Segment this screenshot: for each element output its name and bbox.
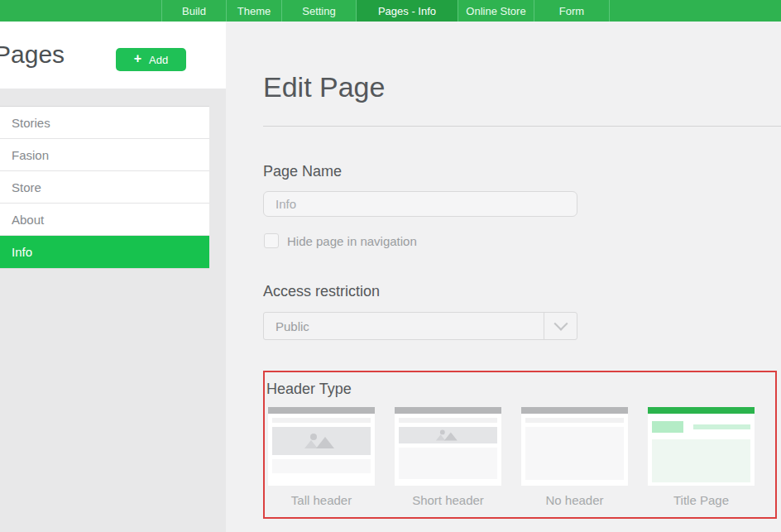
thumb-topbar-green [648, 407, 755, 414]
no-header-thumbnail [521, 407, 628, 486]
sidebar-header: Pages + Add [0, 22, 226, 89]
header-type-option-tall[interactable]: Tall header [268, 407, 375, 507]
page-title: Edit Page [263, 71, 385, 103]
sidebar-title: Pages [0, 41, 65, 69]
thumb-title-block [652, 421, 683, 433]
thumb-topbar [521, 407, 628, 414]
header-type-option-label: Tall header [268, 493, 375, 507]
thumb-image-placeholder [272, 427, 371, 455]
thumb-content-block [525, 427, 624, 480]
page-name-label: Page Name [263, 163, 342, 180]
sidebar-item-about[interactable]: About [0, 204, 209, 236]
chevron-down-icon [553, 317, 568, 331]
access-restriction-label: Access restriction [263, 283, 380, 300]
hide-page-checkbox-label[interactable]: Hide page in navigation [287, 234, 417, 248]
hide-page-checkbox[interactable] [264, 233, 279, 248]
thumb-navline [272, 418, 371, 423]
plus-icon: + [134, 52, 141, 65]
header-type-option-label: No header [521, 493, 628, 507]
title-page-thumbnail [648, 407, 755, 486]
app-root: Build Theme Setting Pages - Info Online … [0, 0, 781, 532]
dropdown-toggle[interactable] [544, 313, 577, 339]
thumb-content-block [652, 439, 750, 482]
tall-header-thumbnail [268, 407, 375, 486]
thumb-title-line [693, 424, 750, 429]
header-type-option-short[interactable]: Short header [395, 407, 501, 507]
page-list: Stories Fasion Store About Info [0, 106, 209, 269]
access-restriction-dropdown[interactable]: Public [263, 312, 577, 340]
nav-tab-theme[interactable]: Theme [226, 0, 281, 22]
nav-tab-form[interactable]: Form [534, 0, 610, 22]
header-type-option-none[interactable]: No header [521, 407, 628, 507]
thumb-content-block [399, 448, 497, 479]
sidebar-item-store[interactable]: Store [0, 171, 209, 204]
thumb-content-block [272, 459, 371, 473]
thumb-navline [399, 418, 497, 423]
sidebar-item-fasion[interactable]: Fasion [0, 139, 209, 171]
title-divider [263, 126, 781, 127]
short-header-thumbnail [395, 407, 501, 486]
image-placeholder-icon [304, 434, 339, 448]
add-button-label: Add [149, 54, 168, 66]
top-nav: Build Theme Setting Pages - Info Online … [0, 0, 781, 22]
header-type-label: Header Type [266, 381, 352, 398]
nav-tab-build[interactable]: Build [161, 0, 226, 22]
add-page-button[interactable]: + Add [116, 48, 186, 71]
header-type-option-label: Short header [395, 493, 501, 507]
sidebar-item-stories[interactable]: Stories [0, 107, 209, 139]
header-type-option-label: Title Page [648, 493, 755, 507]
access-restriction-value: Public [264, 319, 544, 333]
thumb-topbar [395, 407, 501, 414]
sidebar-item-info[interactable]: Info [0, 236, 209, 268]
header-type-options: Tall header Short header [268, 407, 755, 507]
image-placeholder-icon [435, 430, 460, 441]
thumb-navline [525, 418, 624, 423]
header-type-highlight-box: Header Type Tall header [263, 371, 777, 519]
header-type-option-title-page[interactable]: Title Page [648, 407, 755, 507]
thumb-topbar [268, 407, 375, 414]
thumb-image-placeholder [399, 427, 497, 443]
sidebar: Stories Fasion Store About Info [0, 89, 226, 532]
nav-tab-pages-info[interactable]: Pages - Info [356, 0, 458, 22]
nav-tab-online-store[interactable]: Online Store [458, 0, 534, 22]
nav-tab-setting[interactable]: Setting [281, 0, 356, 22]
page-name-input[interactable] [263, 191, 577, 217]
